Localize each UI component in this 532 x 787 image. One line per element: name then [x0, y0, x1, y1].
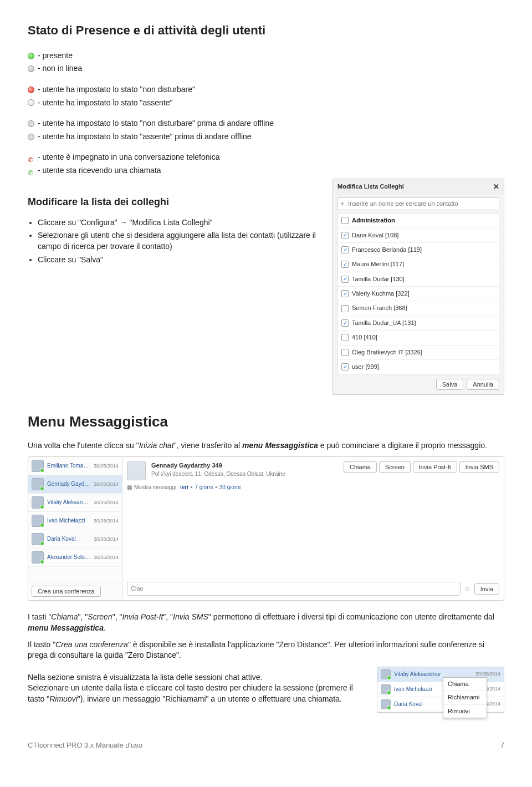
calendar-icon: ▦	[127, 484, 132, 491]
colleague-row[interactable]: Maura Merlini [117]	[338, 257, 499, 272]
dialog-edit-colleagues: Modifica Lista Colleghi ✕ ▾ Administrati…	[332, 179, 504, 395]
messaging-panel: Emiliano Tomasoni30/05/2014Gennady Gayda…	[28, 456, 504, 601]
page-number: 7	[500, 740, 504, 750]
ctx-remove[interactable]: Rimuovi	[443, 705, 487, 718]
screen-button[interactable]: Screen	[379, 461, 411, 473]
colleague-row[interactable]: Administration	[338, 214, 499, 228]
ctx-callback[interactable]: Richiamami	[443, 691, 487, 704]
create-conference-button[interactable]: Crea una conferenza	[32, 586, 101, 597]
cancel-button[interactable]: Annulla	[467, 379, 499, 390]
chat-name: Gennady Gaydarzhy	[47, 480, 90, 488]
checkbox[interactable]	[341, 334, 349, 341]
colleague-row[interactable]: user [999]	[338, 360, 499, 374]
presence-dot-icon	[387, 690, 391, 695]
filter-icon: ▾	[341, 200, 344, 208]
text-offline: - non in linea	[38, 63, 82, 74]
instr-3: Cliccare su "Salva"	[38, 255, 321, 266]
colleague-row[interactable]: Francesco Berlanda [119]	[338, 243, 499, 257]
chat-name: Emiliano Tomasoni	[47, 462, 90, 470]
contact-name-header: Gennady Gaydarzhy 349	[151, 461, 338, 470]
filter-yesterday[interactable]: ieri	[180, 484, 188, 491]
colleague-row[interactable]: Tamilla Dudar_UA [131]	[338, 316, 499, 331]
text-dnd: - utente ha impostato lo stato "non dist…	[38, 84, 195, 95]
checkbox[interactable]	[341, 246, 349, 253]
filter-7days[interactable]: 7 giorni	[195, 484, 213, 491]
dialog-title: Modifica Lista Colleghi	[337, 182, 404, 191]
checkbox[interactable]	[341, 232, 349, 239]
colleague-row[interactable]: Daria Koval [108]	[338, 229, 499, 243]
avatar	[32, 496, 44, 509]
text-receiving: - utente sta ricevendo una chiamata	[38, 165, 161, 176]
messaging-intro: Una volta che l'utente clicca su "Inizia…	[28, 440, 504, 451]
avatar	[32, 478, 44, 490]
checkbox[interactable]	[341, 363, 349, 370]
chat-session-row[interactable]: Alexander Soloviov30/05/2014	[28, 549, 122, 567]
colleague-label: Semen Franch [368]	[352, 304, 407, 312]
text-dnd-off: - utente ha impostato lo stato "non dist…	[38, 118, 274, 129]
send-postit-button[interactable]: Invia Post-It	[413, 461, 457, 473]
avatar	[32, 533, 44, 545]
chat-session-row[interactable]: Daria Koval30/05/2014	[28, 530, 122, 549]
chat-name: Alexander Soloviov	[47, 554, 90, 561]
colleague-label: Francesco Berlanda [119]	[352, 246, 422, 254]
avatar	[381, 669, 391, 679]
presence-dot-icon	[40, 560, 44, 564]
colleague-label: Administration	[352, 216, 395, 225]
chat-session-list: Emiliano Tomasoni30/05/2014Gennady Gayda…	[28, 457, 122, 600]
close-icon[interactable]: ✕	[493, 182, 499, 192]
colleague-label: Daria Koval [108]	[352, 231, 398, 240]
avatar	[32, 551, 44, 563]
chat-date: 30/05/2014	[94, 481, 119, 488]
checkbox[interactable]	[341, 261, 349, 268]
chat-date: 30/05/2014	[94, 554, 119, 561]
checkbox[interactable]	[341, 290, 349, 297]
call-button[interactable]: Chiama	[344, 461, 377, 473]
para-buttons: I tasti "Chiama", "Screen", "Invia Post-…	[28, 612, 504, 633]
chat-session-row[interactable]: Vitaliy Aleksandrov30/05/2014	[28, 494, 122, 512]
checkbox[interactable]	[341, 305, 349, 312]
checkbox[interactable]	[341, 217, 349, 224]
message-input[interactable]: Ciao	[127, 582, 461, 596]
checkbox[interactable]	[341, 276, 349, 283]
colleague-label: user [999]	[352, 363, 379, 371]
colleague-row[interactable]: Valeriy Kuchma [322]	[338, 287, 499, 301]
colleague-row[interactable]: Oleg Bratkevych IT [3326]	[338, 346, 499, 360]
search-input[interactable]	[347, 200, 496, 207]
avatar	[32, 460, 44, 472]
emoji-icon[interactable]: ☺	[464, 584, 470, 593]
chat-session-row[interactable]: Emiliano Tomasoni30/05/2014	[28, 457, 122, 475]
context-menu-screenshot: Vitaliy Aleksandrov30/05/2014Ivan Michel…	[377, 667, 504, 713]
text-away: - utente ha impostato lo stato "assente"	[38, 98, 172, 109]
section-title-messaging: Menu Messaggistica	[28, 412, 504, 431]
presence-icon-online	[28, 53, 34, 59]
section-title-edit-colleagues: Modificare la lista dei colleghi	[28, 195, 321, 209]
chat-session-row[interactable]: Ivan Michelazzi30/05/2014	[28, 512, 122, 530]
instr-1: Cliccare su "Configura" → "Modifica List…	[38, 217, 321, 229]
presence-dot-icon	[40, 486, 44, 491]
checkbox[interactable]	[341, 349, 349, 356]
checkbox[interactable]	[341, 319, 349, 327]
avatar	[381, 684, 391, 694]
colleague-label: Tamilla Dudar_UA [131]	[352, 319, 416, 327]
colleague-label: Valeriy Kuchma [322]	[352, 290, 410, 298]
ctx-date: 5/2014	[485, 700, 500, 708]
colleague-label: 410 [410]	[352, 333, 377, 342]
chat-name: Vitaliy Aleksandrov	[47, 499, 90, 506]
presence-dot-icon	[40, 523, 44, 527]
ctx-call[interactable]: Chiama	[443, 678, 487, 691]
colleague-label: Maura Merlini [117]	[352, 260, 404, 268]
send-sms-button[interactable]: Invia SMS	[459, 461, 499, 473]
para-sessions: Nella sezione sinistra è visualizzata la…	[28, 672, 366, 705]
text-busy: - utente è impegnato in una conversazion…	[38, 152, 219, 163]
presence-dot-icon	[40, 541, 44, 546]
colleague-row[interactable]: Semen Franch [368]	[338, 301, 499, 316]
colleague-row[interactable]: Tamilla Dudar [130]	[338, 272, 499, 287]
send-button[interactable]: Invia	[474, 583, 499, 595]
chat-session-row[interactable]: Gennady Gaydarzhy30/05/2014	[28, 475, 122, 494]
colleague-row[interactable]: 410 [410]	[338, 331, 499, 345]
chat-date: 30/05/2014	[94, 536, 119, 543]
colleague-label: Tamilla Dudar [130]	[352, 275, 405, 283]
save-button[interactable]: Salva	[436, 379, 464, 390]
filter-30days[interactable]: 30 giorni	[219, 484, 241, 491]
presence-dot-icon	[40, 468, 44, 473]
